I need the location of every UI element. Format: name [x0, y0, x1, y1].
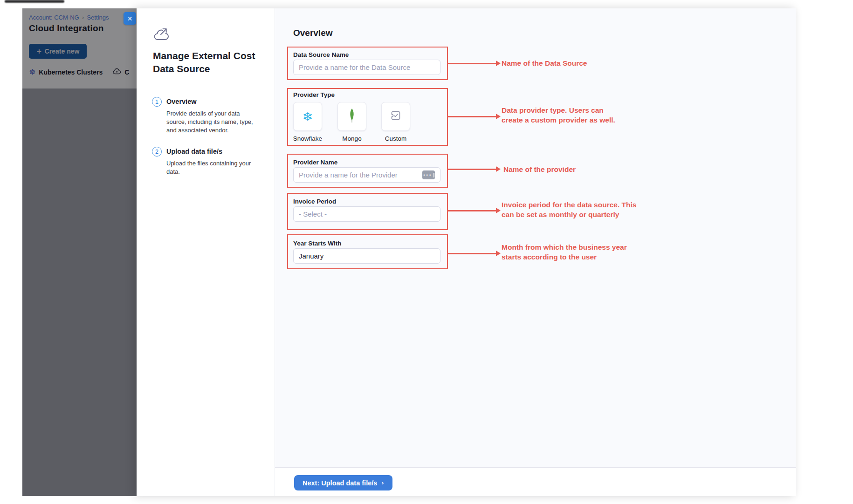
chevron-right-icon: ›	[381, 479, 384, 486]
step-upload[interactable]: 2 Upload data file/s Upload the files co…	[152, 147, 259, 176]
annotation-arrow-4	[448, 210, 496, 211]
annotation-arrow-3	[448, 169, 496, 170]
annotation-arrow-2	[448, 116, 496, 117]
annotation-arrow-5	[448, 253, 496, 254]
wizard-footer: Next: Upload data file/s ›	[275, 467, 796, 496]
step-1-description: Provide details of your data source, inc…	[166, 109, 260, 135]
screenshot-stage: Account: CCM-NG › Settings Cloud Integra…	[0, 0, 853, 504]
step-1-title: Overview	[166, 97, 259, 105]
wizard-left-column: Manage External Cost Data Source 1 Overv…	[137, 8, 275, 496]
runtime-input-ellipsis-button[interactable]: •••	[422, 170, 435, 179]
invoice-period-select[interactable]: - Select -	[293, 206, 440, 222]
annotation-arrow-1	[448, 63, 496, 64]
annotation-provider-name: Name of the provider	[503, 165, 643, 175]
provider-card-mongo[interactable]	[337, 102, 366, 131]
provider-card-custom[interactable]	[381, 102, 410, 131]
provider-name-label: Provider Name	[293, 159, 337, 166]
invoice-period-label: Invoice Period	[293, 198, 336, 205]
next-upload-button[interactable]: Next: Upload data file/s ›	[294, 475, 392, 490]
cloud-export-icon	[153, 27, 171, 45]
mongo-leaf-icon	[348, 108, 356, 125]
ellipsis-cursor-bar	[433, 173, 434, 177]
drawer-title: Manage External Cost Data Source	[153, 49, 269, 75]
annotation-year-starts-with: Month from which the business year start…	[502, 243, 641, 262]
manage-external-cost-drawer: Manage External Cost Data Source 1 Overv…	[137, 8, 796, 496]
step-2-title: Upload data file/s	[166, 147, 259, 155]
provider-card-mongo-label: Mongo	[331, 135, 373, 142]
snowflake-icon: ❄	[303, 110, 313, 123]
next-button-label: Next: Upload data file/s	[303, 479, 377, 487]
step-2-description: Upload the files containing your data.	[166, 159, 260, 176]
overview-form-panel: Overview Data Source Name Provide a name…	[275, 8, 796, 496]
step-overview[interactable]: 1 Overview Provide details of your data …	[152, 97, 259, 135]
year-starts-with-label: Year Starts With	[293, 240, 341, 247]
annotation-data-source-name: Name of the Data Source	[502, 59, 641, 68]
provider-type-label: Provider Type	[293, 91, 335, 98]
close-icon: ✕	[127, 15, 133, 22]
form-heading: Overview	[293, 28, 333, 38]
annotation-invoice-period: Invoice period for the data source. This…	[502, 200, 641, 219]
browser-top-bar	[5, 0, 64, 3]
ellipsis-icon: •••	[423, 173, 432, 177]
provider-card-snowflake[interactable]: ❄	[293, 102, 322, 131]
data-source-name-label: Data Source Name	[293, 51, 349, 58]
year-starts-with-select[interactable]: January	[293, 248, 440, 264]
provider-card-custom-label: Custom	[375, 135, 417, 142]
provider-card-snowflake-label: Snowflake	[287, 135, 329, 142]
cloud-integration-page: Account: CCM-NG › Settings Cloud Integra…	[22, 8, 137, 496]
close-drawer-button[interactable]: ✕	[124, 12, 136, 25]
modal-backdrop[interactable]	[22, 8, 137, 496]
custom-template-icon	[390, 109, 402, 123]
provider-name-input[interactable]: Provide a name for the Provider •••	[293, 167, 440, 183]
annotation-provider-type: Data provider type. Users can create a c…	[502, 106, 620, 125]
provider-name-placeholder: Provide a name for the Provider	[299, 171, 398, 179]
step-2-number: 2	[152, 147, 162, 157]
step-1-number: 1	[152, 97, 162, 107]
data-source-name-input[interactable]: Provide a name for the Data Source	[293, 60, 440, 75]
